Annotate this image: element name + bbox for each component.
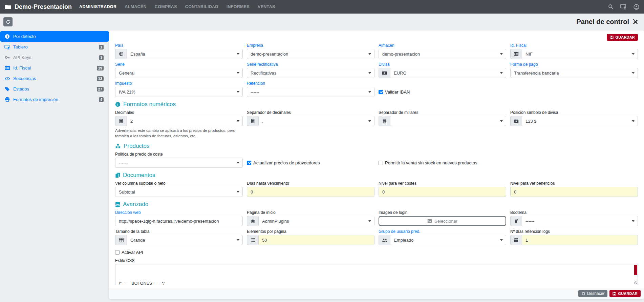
- top-navbar: Demo-Presentacion ADMINISTRADOR ALMACÉN …: [0, 0, 644, 14]
- estilo-css-textarea[interactable]: /* === BOTONES === */ .btn-primary { bac…: [115, 264, 638, 285]
- permitir-venta-checkbox[interactable]: Permitir la venta sin stock en nuevos pr…: [379, 158, 477, 168]
- divisa-label[interactable]: Divisa: [379, 62, 506, 67]
- id-fiscal-select[interactable]: NIF: [522, 49, 638, 59]
- serie-select[interactable]: General: [115, 68, 243, 78]
- pagina-inicio-select[interactable]: AdminPlugins: [258, 216, 374, 226]
- field-impuesto: Impuesto IVA 21%: [115, 81, 243, 97]
- serie-rectificativa-label[interactable]: Serie rectificativa: [247, 62, 374, 67]
- estilo-css-label: Estilo CSS: [115, 259, 638, 263]
- resize-handle-icon[interactable]: [634, 281, 637, 284]
- direccion-web-label[interactable]: Dirección web: [115, 210, 243, 215]
- impuesto-label[interactable]: Impuesto: [115, 81, 243, 86]
- field-posicion-divisa: Posición símbolo de divisa 123 $: [510, 110, 638, 139]
- field-elementos-pagina: Elementos por página: [247, 229, 374, 245]
- checkbox-unchecked[interactable]: [115, 250, 120, 255]
- save-button-bottom[interactable]: GUARDAR: [609, 290, 641, 297]
- actualizar-precios-label: Actualizar precios de proveedores: [253, 160, 320, 165]
- badge-count: 1: [99, 45, 104, 49]
- menu-informes[interactable]: INFORMES: [227, 4, 250, 9]
- database-icon: [115, 202, 120, 207]
- serie-label[interactable]: Serie: [115, 62, 243, 67]
- sidebar-item-id-fiscal[interactable]: Id. Fiscal 19: [0, 63, 109, 73]
- serie-rectificativa-select[interactable]: Rectificativas: [247, 68, 374, 78]
- page-title: Panel de control: [576, 18, 639, 26]
- activar-api-checkbox[interactable]: Activar API: [115, 248, 638, 256]
- imagen-login-select-button[interactable]: Seleccionar: [379, 216, 506, 226]
- checkbox-checked[interactable]: [247, 161, 251, 165]
- almacen-select[interactable]: demo-presentacion: [379, 49, 506, 59]
- field-decimales: Decimales 2 Advertencia: este cambio se …: [115, 110, 243, 139]
- sidebar-item-api-keys[interactable]: API Keys 1: [0, 52, 109, 63]
- field-nivel-beneficios: Nivel para ver beneficios: [510, 181, 638, 197]
- pais-label[interactable]: País: [115, 43, 243, 48]
- elementos-pagina-input[interactable]: [258, 235, 374, 245]
- nivel-costes-input[interactable]: [379, 187, 506, 197]
- ver-columna-select[interactable]: Subtotal: [115, 187, 243, 197]
- politica-coste-label: Política de precio de coste: [115, 152, 243, 157]
- chalkboard-user-icon[interactable]: [620, 4, 627, 9]
- field-serie-rectificativa: Serie rectificativa Rectificativas: [247, 62, 374, 78]
- sidebar-item-secuencias[interactable]: Secuencias 13: [0, 73, 109, 84]
- brand[interactable]: Demo-Presentacion: [5, 3, 72, 11]
- retencion-label[interactable]: Retención: [247, 81, 374, 86]
- empresa-label[interactable]: Empresa: [247, 43, 374, 48]
- direccion-web-input[interactable]: [115, 216, 243, 226]
- undo-button[interactable]: Deshacer: [578, 290, 607, 297]
- sidebar: Por defecto Tablero 1 API Keys 1 Id. Fis…: [0, 31, 109, 299]
- separador-decimales-select[interactable]: ,: [258, 116, 374, 126]
- section-formatos-numericos: Formatos numéricos: [115, 101, 638, 108]
- almacen-value: demo-presentacion: [382, 52, 420, 57]
- caret-down-icon: [237, 191, 239, 193]
- almacen-label[interactable]: Almacén: [379, 43, 506, 48]
- sidebar-item-por-defecto[interactable]: Por defecto: [0, 31, 109, 42]
- divisa-select[interactable]: EURO: [390, 68, 506, 78]
- checkbox-unchecked[interactable]: [379, 161, 383, 165]
- grupo-usuario-label[interactable]: Grupo de usuario pred.: [379, 229, 506, 234]
- refresh-button[interactable]: [3, 17, 13, 26]
- serie-value: General: [119, 71, 134, 76]
- nivel-beneficios-input[interactable]: [510, 187, 638, 197]
- forma-pago-select[interactable]: Transferencia bancaria: [510, 68, 638, 78]
- dias-retencion-input[interactable]: [522, 235, 638, 245]
- calculator-icon: [247, 116, 258, 126]
- bootema-select[interactable]: ------: [522, 216, 638, 226]
- css-line: /* === BOTONES === */: [119, 280, 631, 285]
- field-empresa: Empresa demo-presentacion: [247, 43, 374, 59]
- id-fiscal-label[interactable]: Id. Fiscal: [510, 43, 638, 48]
- badge-count: 4: [99, 97, 104, 102]
- dias-vencimiento-input[interactable]: [247, 187, 374, 197]
- sidebar-item-tablero[interactable]: Tablero 1: [0, 42, 109, 52]
- pais-select[interactable]: España: [127, 49, 243, 59]
- sidebar-item-estados[interactable]: Estados 27: [0, 84, 109, 94]
- sidebar-item-formatos-impresion[interactable]: Formatos de impresión 4: [0, 94, 109, 105]
- activar-api-label: Activar API: [122, 250, 143, 255]
- grupo-usuario-select[interactable]: Empleado: [390, 235, 506, 245]
- decimales-select[interactable]: 2: [127, 116, 243, 126]
- forma-pago-label[interactable]: Forma de pago: [510, 62, 638, 67]
- section-avanzado: Avanzado: [115, 201, 638, 208]
- separador-millares-select[interactable]: [390, 116, 506, 126]
- retencion-select[interactable]: ------: [247, 87, 374, 97]
- tamano-tabla-select[interactable]: Grande: [127, 235, 243, 245]
- brand-label: Demo-Presentacion: [15, 3, 72, 11]
- save-button-label: GUARDAR: [618, 291, 638, 296]
- actualizar-precios-checkbox[interactable]: Actualizar precios de proveedores: [247, 158, 320, 168]
- decimales-warning: Advertencia: este cambio se aplicará a l…: [115, 128, 243, 139]
- user-circle-icon[interactable]: [634, 4, 639, 10]
- impuesto-select[interactable]: IVA 21%: [115, 87, 243, 97]
- save-button-top[interactable]: GUARDAR: [607, 34, 638, 41]
- settings-card: GUARDAR País España: [109, 31, 644, 299]
- menu-ventas[interactable]: VENTAS: [258, 4, 275, 9]
- posicion-divisa-select[interactable]: 123 $: [522, 116, 638, 126]
- menu-administrador[interactable]: ADMINISTRADOR: [79, 4, 116, 9]
- scrollbar-thumb[interactable]: [634, 265, 637, 275]
- checkbox-checked[interactable]: [379, 90, 383, 94]
- validar-iban-checkbox[interactable]: Validar IBAN: [379, 87, 410, 97]
- empresa-select[interactable]: demo-presentacion: [247, 49, 374, 59]
- menu-contabilidad[interactable]: CONTABILIDAD: [185, 4, 218, 9]
- search-icon[interactable]: [608, 4, 614, 9]
- politica-coste-select[interactable]: ------: [115, 158, 243, 168]
- menu-almacen[interactable]: ALMACÉN: [125, 4, 147, 9]
- menu-compras[interactable]: COMPRAS: [155, 4, 177, 9]
- caret-down-icon: [500, 72, 503, 74]
